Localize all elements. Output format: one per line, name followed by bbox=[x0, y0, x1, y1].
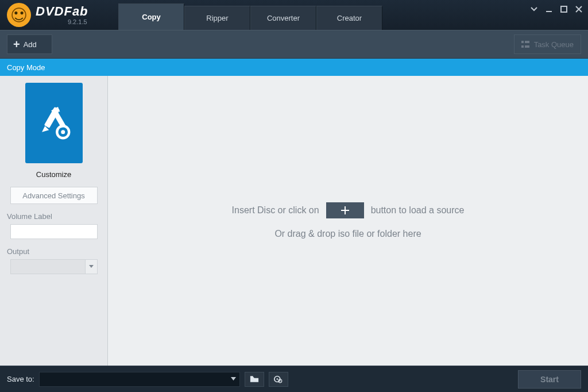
output-select[interactable] bbox=[10, 259, 98, 274]
task-queue-label: Task Queue bbox=[534, 40, 574, 49]
task-queue-icon bbox=[521, 41, 529, 48]
main-drop-area[interactable]: Insert Disc or click on button to load a… bbox=[108, 76, 588, 366]
version-text: 9.2.1.5 bbox=[68, 19, 87, 25]
hint-line2: Or drag & drop iso file or folder here bbox=[274, 229, 421, 239]
hint-after: button to load a source bbox=[371, 205, 465, 216]
add-button[interactable]: + Add bbox=[7, 34, 52, 54]
copy-mode-tile[interactable] bbox=[25, 83, 83, 163]
tab-creator[interactable]: Creator bbox=[316, 6, 382, 30]
mode-caption: Customize bbox=[36, 170, 71, 179]
advanced-settings-button[interactable]: Advanced Settings bbox=[10, 187, 98, 204]
minimize-icon[interactable] bbox=[546, 6, 552, 13]
inline-add-button[interactable] bbox=[326, 202, 364, 218]
output-label-text: Output bbox=[7, 247, 29, 256]
main-tabs: Copy Ripper Converter Creator bbox=[118, 0, 382, 30]
start-button[interactable]: Start bbox=[518, 370, 581, 389]
svg-rect-5 bbox=[561, 6, 567, 12]
volume-label-text: Volume Label bbox=[7, 212, 52, 221]
close-icon[interactable] bbox=[575, 6, 582, 13]
svg-point-3 bbox=[21, 11, 24, 14]
svg-point-12 bbox=[277, 378, 278, 380]
toolbar: + Add Task Queue bbox=[0, 30, 588, 59]
maximize-icon[interactable] bbox=[560, 6, 567, 13]
chevron-down-icon bbox=[231, 377, 236, 381]
svg-point-10 bbox=[61, 130, 65, 134]
svg-point-2 bbox=[14, 11, 17, 14]
title-bar: DVDFab 9.2.1.5 Copy Ripper Converter Cre… bbox=[0, 0, 588, 30]
disc-settings-icon bbox=[274, 375, 283, 383]
sidebar: Customize Advanced Settings Volume Label… bbox=[0, 76, 108, 366]
iso-button[interactable] bbox=[269, 372, 288, 387]
tab-converter[interactable]: Converter bbox=[250, 6, 316, 30]
mode-bar-title: Copy Mode bbox=[7, 63, 45, 72]
mode-bar: Copy Mode bbox=[0, 59, 588, 76]
output-select-value bbox=[10, 259, 85, 274]
logo: DVDFab 9.2.1.5 bbox=[0, 3, 115, 27]
svg-point-14 bbox=[280, 381, 281, 382]
body: Customize Advanced Settings Volume Label… bbox=[0, 76, 588, 366]
window-controls bbox=[531, 6, 582, 13]
customize-icon bbox=[34, 103, 74, 143]
folder-icon bbox=[250, 375, 259, 383]
dropdown-icon[interactable] bbox=[531, 7, 537, 11]
brand-text: DVDFab bbox=[36, 5, 88, 18]
task-queue-button[interactable]: Task Queue bbox=[514, 34, 581, 54]
tab-copy[interactable]: Copy bbox=[118, 3, 184, 30]
save-to-label: Save to: bbox=[7, 375, 34, 383]
svg-point-0 bbox=[10, 6, 28, 24]
plus-icon bbox=[339, 205, 351, 216]
hint-before: Insert Disc or click on bbox=[232, 205, 319, 216]
chevron-down-icon bbox=[89, 265, 94, 268]
output-select-arrow[interactable] bbox=[85, 259, 98, 274]
tab-ripper[interactable]: Ripper bbox=[184, 6, 250, 30]
svg-rect-4 bbox=[546, 11, 552, 12]
logo-icon bbox=[7, 3, 31, 27]
save-to-select[interactable] bbox=[39, 372, 240, 387]
add-button-label: Add bbox=[24, 40, 37, 49]
browse-folder-button[interactable] bbox=[245, 372, 264, 387]
plus-icon: + bbox=[13, 40, 20, 48]
volume-label-input[interactable] bbox=[10, 224, 98, 239]
hint-row: Insert Disc or click on button to load a… bbox=[232, 202, 465, 218]
footer: Save to: Start bbox=[0, 366, 588, 392]
